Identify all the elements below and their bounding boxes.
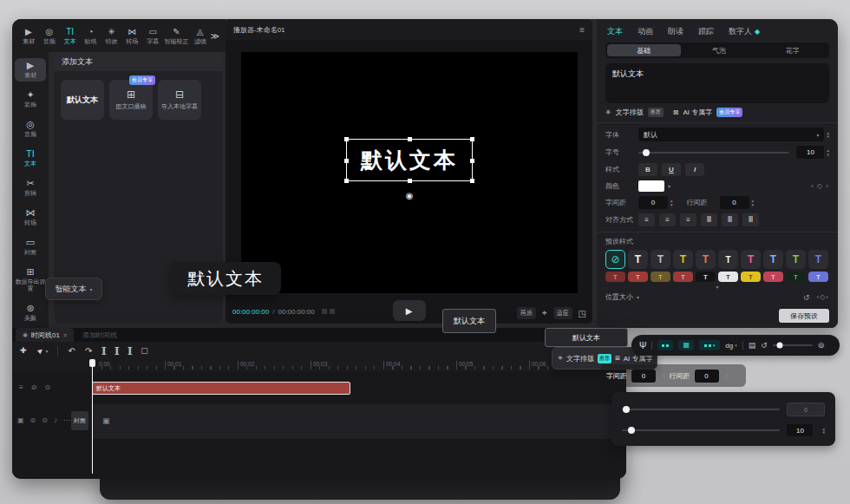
card-import-subtitles[interactable]: ⊟ 导入本地字幕 [158, 80, 201, 120]
tab-audio[interactable]: ◎音频 [39, 28, 60, 44]
preset-bubble[interactable]: T [808, 272, 828, 282]
style-slider-value[interactable]: 0 [787, 403, 825, 416]
underline-button[interactable]: U [662, 163, 681, 176]
card-default-text[interactable]: 默认文本 [61, 80, 104, 120]
preset-bubble[interactable]: T [718, 272, 738, 282]
handle-sw[interactable] [344, 179, 349, 183]
tab-effects[interactable]: ✳特效 [101, 28, 122, 44]
tab-read-aloud[interactable]: 朗读 [668, 26, 683, 37]
frame-step-icons[interactable] [322, 309, 335, 314]
canvas-text-selection[interactable]: 默认文本 [346, 139, 473, 181]
tab-captions[interactable]: ▭字幕 [142, 28, 163, 44]
line-spacing-stepper[interactable]: ▴▾ [752, 199, 755, 206]
line-spacing-stepper[interactable]: ▴▾ [726, 372, 729, 380]
rotate-handle-icon[interactable]: ◉ [406, 191, 414, 200]
align-vmid-icon[interactable]: Ⅲ [722, 213, 738, 226]
play-button[interactable]: ▶ [393, 300, 426, 321]
preset-style[interactable]: T [628, 250, 648, 269]
letter-spacing-stepper[interactable]: ▴▾ [670, 199, 673, 206]
timeline-ruler[interactable]: 0:00 00:01 00:02 00:03 00:04 00:05 00:06 [12, 359, 626, 371]
cover-button[interactable]: 封面 [71, 411, 88, 430]
preset-style[interactable]: T [651, 250, 670, 269]
preset-style[interactable]: T [763, 250, 783, 269]
rail-item-cover[interactable]: ▭封面 [15, 235, 46, 259]
undo-icon[interactable]: ↶ [68, 346, 75, 356]
size-slider[interactable] [622, 429, 780, 431]
preset-style[interactable]: T [696, 250, 716, 269]
line-spacing-value[interactable]: 0 [720, 196, 749, 209]
caption-toggle-1[interactable] [657, 340, 673, 350]
card-script-broadcast[interactable]: 会员专享 ⊞ 图文口播稿 [109, 80, 153, 120]
align-vbottom-icon[interactable]: Ⅲ [742, 213, 759, 226]
align-vtop-icon[interactable]: Ⅲ [701, 213, 717, 226]
size-value[interactable]: 10 [796, 146, 824, 159]
tab-menu-icon[interactable]: ≡ [63, 332, 67, 338]
subtab-basic[interactable]: 基础 [607, 44, 681, 56]
language-dropdown[interactable]: dg ▾ [725, 342, 736, 350]
letter-spacing-value[interactable]: 0 [631, 370, 656, 383]
preset-none[interactable]: ⊘ [605, 250, 625, 269]
tab-digital-human[interactable]: 数字人 ◆ [729, 26, 760, 37]
floating-big-text[interactable]: 默认文本 [170, 262, 281, 295]
text-content-input[interactable]: 默认文本 [605, 63, 829, 103]
focus-icon[interactable]: ⌖ [542, 308, 547, 318]
preset-bubble[interactable]: T [605, 272, 625, 282]
font-stepper[interactable]: ▴▾ [827, 131, 829, 139]
handle-ne[interactable] [470, 137, 474, 141]
align-right-icon[interactable]: ≡ [680, 213, 696, 226]
playhead[interactable] [89, 359, 95, 474]
rail-item-audio[interactable]: ◎音频 [15, 117, 46, 141]
text-clip[interactable]: 默认文本 [92, 382, 350, 395]
save-preset-button[interactable]: 保存预设 [779, 309, 829, 323]
reset-icon[interactable]: ↺ [803, 293, 810, 302]
size-slider-stepper[interactable]: ▴▾ [822, 427, 825, 435]
align-center-icon[interactable]: ≡ [659, 213, 676, 226]
handle-nw[interactable] [344, 137, 349, 141]
video-track-band[interactable]: ▣ [92, 404, 626, 439]
rail-item-text[interactable]: TI文本 [15, 147, 46, 170]
caption-toggle-3[interactable]: ▾ [699, 340, 720, 350]
preset-bubble[interactable]: T [651, 272, 670, 282]
toolbar-more-icon[interactable]: ≫ [211, 31, 219, 41]
italic-button[interactable]: I [685, 163, 704, 176]
tab-media[interactable]: ▶素材 [18, 28, 39, 44]
target-icon[interactable]: ⊚ [818, 341, 825, 350]
preset-expand-icon[interactable]: ▾ [597, 284, 838, 290]
handle-se[interactable] [470, 179, 474, 183]
tab-text[interactable]: 文本 [607, 26, 623, 37]
fit-button[interactable]: 适应 [553, 307, 572, 319]
preset-bubble[interactable]: T [628, 272, 648, 282]
keyframe-diamond-icon[interactable]: ◇ [817, 182, 823, 190]
canvas-text[interactable]: 默认文本 [361, 147, 458, 172]
preview-canvas[interactable]: 默认文本 ◉ [241, 52, 578, 293]
smart-text-button[interactable]: 智能文本 ▾ [45, 278, 102, 300]
position-size-label[interactable]: 位置大小 [605, 292, 633, 302]
quality-button[interactable]: 画质 [517, 307, 536, 319]
preset-style[interactable]: T [741, 250, 761, 269]
caption-toggle-2[interactable]: ▦ [678, 340, 694, 350]
preset-bubble[interactable]: T [696, 272, 716, 282]
chevron-down-icon[interactable]: ▾ [668, 183, 670, 189]
color-swatch[interactable] [638, 180, 664, 192]
rail-item-decor[interactable]: ✦装饰 [15, 88, 46, 111]
mute-icon[interactable]: ♪ [54, 416, 57, 424]
select-tool[interactable]: ► ▾ [36, 346, 49, 355]
split-icon[interactable]: ][ [101, 346, 105, 355]
eye-icon[interactable]: ⊙ [44, 383, 50, 391]
preset-style[interactable]: T [718, 250, 738, 269]
tab-animation[interactable]: 动画 [638, 26, 653, 37]
preset-bubble[interactable]: T [673, 272, 693, 282]
redo-icon[interactable]: ↷ [85, 346, 92, 356]
rail-item-data-export[interactable]: ⊞数据导出设置 [15, 265, 46, 295]
keyframe-next-icon[interactable]: › [826, 182, 829, 190]
microphone-icon[interactable]: Ψ [639, 341, 646, 350]
eye-icon[interactable]: ⊙ [42, 416, 48, 424]
preset-bubble[interactable]: T [763, 272, 783, 282]
captions-panel-icon[interactable]: ▤ [749, 341, 756, 350]
split-right-icon[interactable]: ][ [128, 346, 131, 355]
lock-icon[interactable]: ⊘ [30, 416, 36, 424]
tab-filter[interactable]: ◬滤镜 [190, 28, 211, 44]
size-slider[interactable] [638, 152, 789, 154]
template-label[interactable]: 文字排版 [616, 108, 644, 117]
reset-icon[interactable]: ↺ [761, 341, 768, 350]
